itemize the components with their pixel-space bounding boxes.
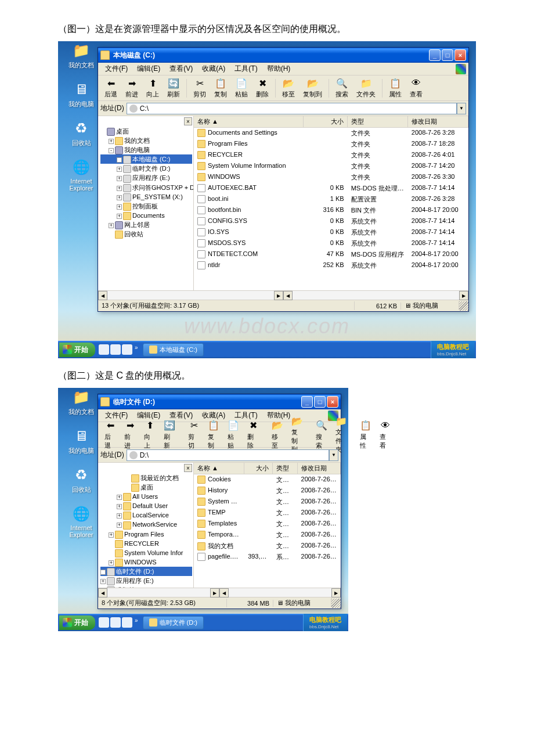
tree-expander[interactable]: + (100, 570, 106, 575)
file-row[interactable]: RECYCLER文件夹2008-7-26 4:01 (194, 150, 468, 161)
tree-expander[interactable]: + (100, 579, 106, 584)
maximize-button[interactable]: □ (314, 396, 326, 408)
tree-node[interactable]: +临时文件 (D:) (100, 164, 192, 173)
quick-launch-icon[interactable] (110, 344, 121, 355)
desktop-icon[interactable]: 📁我的文档 (64, 41, 99, 70)
scroll-right-button[interactable]: ▶ (274, 291, 283, 300)
tree-expander[interactable]: + (117, 157, 122, 163)
toolbar-button-移至[interactable]: 📂移至 (268, 418, 287, 452)
scroll-right-button-2[interactable]: ▶ (331, 588, 341, 597)
menu-item[interactable]: 编辑(E) (132, 63, 165, 75)
toolbar-button-属性[interactable]: 📋属性 (385, 75, 406, 100)
toolbar-button-查看[interactable]: 👁查看 (376, 418, 395, 452)
file-row[interactable]: Documents and Settings文件夹2008-7-26 3:28 (194, 128, 468, 139)
tree-node[interactable]: +PE_SYSTEM (X:) (100, 192, 192, 201)
toolbar-button-刷新[interactable]: 🔄刷新 (160, 418, 179, 452)
minimize-button[interactable]: _ (301, 396, 313, 408)
desktop-icon[interactable]: 🖥我的电脑 (64, 427, 99, 455)
toolbar-button-剪切[interactable]: ✂剪切 (189, 75, 210, 100)
tree-node[interactable]: +本地磁盘 (C:) (100, 154, 192, 164)
tree-node[interactable]: +Default User (100, 501, 192, 510)
close-button[interactable]: × (454, 49, 466, 61)
file-row[interactable]: Cookies文件夹2008-7-26 4:05 (194, 474, 341, 485)
start-button[interactable]: 开始 (59, 615, 95, 630)
scroll-left-button-2[interactable]: ◀ (283, 291, 293, 300)
scroll-left-button[interactable]: ◀ (98, 291, 107, 300)
tree-expander[interactable]: + (109, 532, 114, 538)
tree-node[interactable]: System Volume Infor (100, 548, 192, 557)
column-header[interactable]: 修改日期 (298, 463, 341, 474)
quick-launch-icon[interactable] (122, 617, 132, 628)
horizontal-scrollbar[interactable]: ◀ ▶ ◀ ▶ (98, 290, 468, 300)
tree-node[interactable]: +应用程序 (E:) (100, 576, 192, 585)
tree-node[interactable]: +应用程序 (E:) (100, 173, 192, 182)
tree-node[interactable]: +临时文件 (D:) (100, 567, 192, 576)
tree-node[interactable]: +Program Files (100, 530, 192, 539)
tree-expander[interactable]: + (117, 513, 122, 519)
scroll-right-button[interactable]: ▶ (210, 588, 219, 597)
tree-expander[interactable]: + (109, 560, 114, 566)
toolbar-button-属性[interactable]: 📋属性 (356, 418, 376, 452)
menu-item[interactable]: 帮助(H) (262, 63, 295, 75)
toolbar-button-向上[interactable]: ⬆向上 (140, 418, 160, 452)
tree-expander[interactable]: + (117, 167, 122, 172)
tree-node[interactable]: +Documents (100, 211, 192, 220)
toolbar-button-复制到[interactable]: 📂复制到 (299, 75, 326, 100)
tree-expander[interactable]: + (117, 186, 122, 191)
toolbar-button-后退[interactable]: ⬅后退 (100, 418, 120, 452)
file-list-panel[interactable]: 名称 ▲大小类型修改日期 Documents and Settings文件夹20… (194, 116, 468, 290)
toolbar-button-搜索[interactable]: 🔍搜索 (312, 418, 331, 452)
tree-node[interactable]: +LocalService (100, 510, 192, 520)
file-row[interactable]: TEMP文件夹2008-7-26 3:30 (194, 507, 341, 519)
toolbar-button-查看[interactable]: 👁查看 (406, 75, 427, 100)
toolbar-button-删除[interactable]: ✖删除 (243, 418, 263, 452)
titlebar[interactable]: 临时文件 (D:) _ □ × (98, 394, 341, 409)
address-input[interactable]: D:\ (127, 449, 329, 461)
menu-item[interactable]: 文件(F) (100, 63, 132, 75)
start-button[interactable]: 开始 (59, 343, 95, 357)
column-header[interactable]: 类型 (273, 463, 298, 474)
toolbar-button-向上[interactable]: ⬆向上 (142, 75, 163, 100)
file-row[interactable]: 我的文档文件夹2008-7-26 3:30 (194, 541, 341, 552)
minimize-button[interactable]: _ (429, 49, 441, 61)
column-header[interactable]: 大小 (304, 116, 348, 127)
desktop-icon[interactable]: ♻回收站 (64, 119, 99, 147)
tree-expander[interactable]: + (117, 214, 122, 219)
tree-node[interactable]: +网上邻居 (100, 220, 192, 229)
resize-grip[interactable] (331, 599, 341, 608)
tree-node[interactable]: 我最近的文档 (100, 473, 192, 483)
file-list-panel[interactable]: 名称 ▲大小类型修改日期 Cookies文件夹2008-7-26 4:05His… (194, 463, 341, 588)
tree-node[interactable]: +NetworkService (100, 520, 192, 529)
desktop-icon[interactable]: 📁我的文档 (64, 388, 99, 416)
tree-expander[interactable]: + (117, 495, 122, 500)
toolbar-button-后退[interactable]: ⬅后退 (100, 75, 121, 100)
desktop-icon[interactable]: 🖥我的电脑 (64, 80, 99, 109)
file-row[interactable]: MSDOS.SYS0 KB系统文件2008-7-7 14:14 (194, 238, 468, 249)
titlebar[interactable]: 本地磁盘 (C:) _ □ × (98, 48, 468, 63)
tree-expander[interactable]: - (109, 148, 114, 153)
system-tray[interactable]: 电脑教程吧 bbs.Dnjc8.Net (303, 614, 347, 631)
tree-close-button[interactable]: × (184, 117, 192, 125)
toolbar-button-粘贴[interactable]: 📄粘贴 (231, 75, 252, 100)
tree-expander[interactable]: + (117, 204, 122, 210)
quick-launch-more[interactable]: » (134, 344, 139, 355)
column-header[interactable]: 修改日期 (408, 116, 468, 127)
taskbar-task[interactable]: 临时文件 (D:) (143, 616, 204, 629)
column-header[interactable]: 名称 ▲ (194, 463, 244, 474)
quick-launch-icon[interactable] (99, 344, 109, 355)
toolbar-button-删除[interactable]: ✖删除 (252, 75, 273, 100)
quick-launch-icon[interactable] (99, 617, 109, 628)
scroll-right-button-2[interactable]: ▶ (459, 291, 468, 300)
quick-launch-icon[interactable] (122, 344, 132, 355)
toolbar-button-复制[interactable]: 📋复制 (204, 418, 223, 452)
quick-launch-more[interactable]: » (134, 617, 139, 628)
file-row[interactable]: boot.ini1 KB配置设置2008-7-26 3:28 (194, 194, 468, 205)
scroll-left-button[interactable]: ◀ (98, 588, 107, 597)
tree-expander[interactable]: + (117, 176, 122, 181)
file-row[interactable]: WINDOWS文件夹2008-7-26 3:30 (194, 172, 468, 183)
quick-launch-icon[interactable] (110, 617, 121, 628)
tree-node[interactable]: 回收站 (100, 229, 192, 239)
column-header[interactable]: 类型 (348, 116, 408, 127)
tree-node[interactable]: +控制面板 (100, 201, 192, 211)
file-row[interactable]: System Volume Information文件夹2008-7-26 3:… (194, 496, 341, 507)
